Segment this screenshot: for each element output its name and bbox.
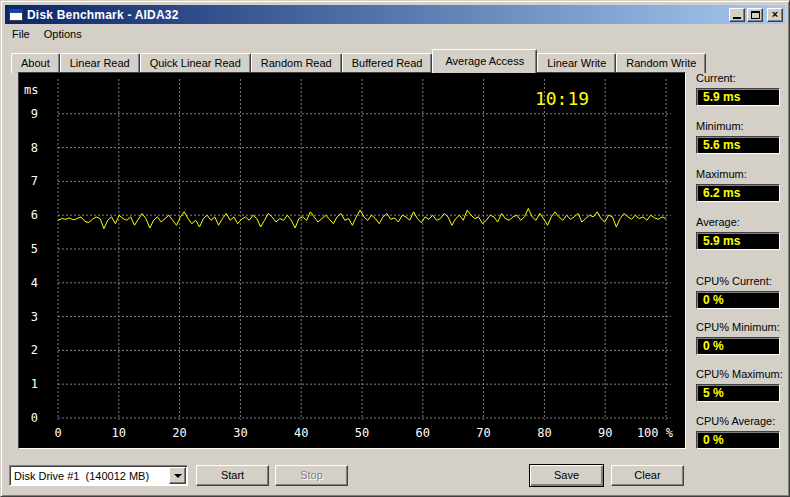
svg-text:4: 4 [31, 276, 38, 290]
maximize-button[interactable] [747, 8, 763, 22]
stop-button[interactable]: Stop [275, 465, 348, 486]
save-button[interactable]: Save [529, 464, 604, 487]
svg-text:0: 0 [54, 426, 61, 440]
tab-random-write[interactable]: Random Write [616, 53, 706, 73]
tab-linear-write[interactable]: Linear Write [537, 53, 616, 73]
benchmark-tabs: About Linear Read Quick Linear Read Rand… [11, 49, 706, 73]
chevron-down-icon [174, 474, 182, 478]
stat-value-cpu-average: 0 % [696, 431, 780, 449]
clear-button[interactable]: Clear [611, 465, 684, 486]
svg-text:10: 10 [112, 426, 126, 440]
stat-label-maximum: Maximum: [696, 168, 788, 180]
titlebar[interactable]: Disk Benchmark - AIDA32 × [5, 5, 785, 24]
svg-text:100 %: 100 % [637, 426, 674, 440]
stat-value-cpu-maximum: 5 % [696, 384, 780, 402]
tab-average-access[interactable]: Average Access [432, 49, 537, 73]
svg-text:20: 20 [172, 426, 186, 440]
benchmark-chart: 01234567890102030405060708090100 %ms10:1… [18, 72, 686, 449]
stat-label-average: Average: [696, 216, 788, 228]
stat-value-minimum: 5.6 ms [696, 136, 780, 154]
svg-text:ms: ms [24, 83, 38, 97]
disk-drive-select[interactable]: Disk Drive #1 (140012 MB) [9, 465, 188, 486]
maximize-icon [751, 11, 760, 19]
svg-text:2: 2 [31, 343, 38, 357]
minimize-button[interactable] [729, 8, 745, 22]
svg-text:9: 9 [31, 107, 38, 121]
svg-text:8: 8 [31, 141, 38, 155]
disk-drive-dropdown-button[interactable] [169, 467, 186, 484]
close-button[interactable]: × [767, 8, 783, 22]
stat-label-current: Current: [696, 72, 788, 84]
chart-canvas: 01234567890102030405060708090100 %ms10:1… [19, 73, 685, 448]
tab-linear-read[interactable]: Linear Read [60, 53, 140, 73]
stat-value-maximum: 6.2 ms [696, 184, 780, 202]
menubar: File Options [5, 25, 89, 43]
stat-label-cpu-current: CPU% Current: [696, 275, 788, 287]
stat-value-cpu-current: 0 % [696, 291, 780, 309]
svg-text:3: 3 [31, 310, 38, 324]
svg-text:5: 5 [31, 242, 38, 256]
svg-text:6: 6 [31, 208, 38, 222]
menu-options[interactable]: Options [37, 26, 89, 42]
disk-benchmark-window: Disk Benchmark - AIDA32 × File Options A… [0, 0, 790, 497]
close-icon: × [772, 9, 778, 20]
menu-file[interactable]: File [5, 26, 37, 42]
app-icon [9, 9, 23, 21]
stat-label-minimum: Minimum: [696, 120, 788, 132]
tab-about[interactable]: About [11, 53, 60, 73]
stat-value-average: 5.9 ms [696, 232, 780, 250]
stat-value-current: 5.9 ms [696, 88, 780, 106]
tab-random-read[interactable]: Random Read [251, 53, 342, 73]
svg-text:30: 30 [233, 426, 247, 440]
start-button[interactable]: Start [196, 465, 269, 486]
window-title: Disk Benchmark - AIDA32 [27, 8, 179, 22]
stat-label-cpu-minimum: CPU% Minimum: [696, 321, 788, 333]
svg-text:10:19: 10:19 [535, 88, 589, 109]
svg-text:50: 50 [355, 426, 369, 440]
svg-text:90: 90 [598, 426, 612, 440]
svg-text:70: 70 [476, 426, 490, 440]
svg-text:60: 60 [416, 426, 430, 440]
svg-text:80: 80 [537, 426, 551, 440]
tab-buffered-read[interactable]: Buffered Read [342, 53, 433, 73]
tab-quick-linear-read[interactable]: Quick Linear Read [140, 53, 251, 73]
stat-label-cpu-maximum: CPU% Maximum: [696, 368, 788, 380]
disk-drive-selected-value: Disk Drive #1 (140012 MB) [10, 470, 169, 482]
stat-label-cpu-average: CPU% Average: [696, 415, 788, 427]
minimize-icon [733, 17, 741, 19]
stat-value-cpu-minimum: 0 % [696, 337, 780, 355]
svg-text:0: 0 [31, 411, 38, 425]
svg-text:40: 40 [294, 426, 308, 440]
svg-text:7: 7 [31, 174, 38, 188]
svg-text:1: 1 [31, 377, 38, 391]
